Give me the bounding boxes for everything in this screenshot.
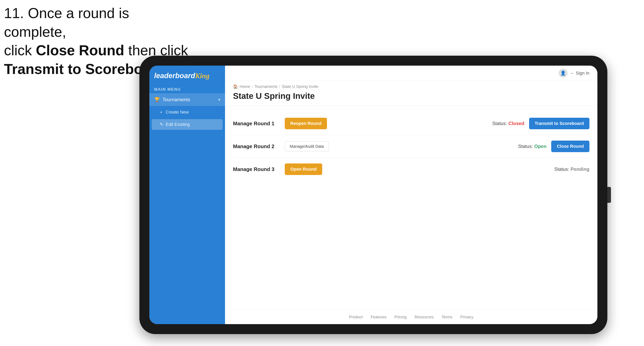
footer-privacy[interactable]: Privacy — [460, 315, 474, 319]
reopen-round-button[interactable]: Reopen Round — [285, 118, 327, 129]
main-content: 👤 → Sign In 🏠 Home / Tournaments / State… — [225, 66, 598, 324]
sidebar-tournaments-label: Tournaments — [162, 97, 190, 102]
instruction-bold1: Close Round — [36, 42, 124, 58]
round-1-right: Status: Closed Transmit to Scoreboard — [492, 118, 590, 129]
footer-pricing[interactable]: Pricing — [394, 315, 407, 319]
sidebar-create-new[interactable]: ＋ Create New — [149, 106, 225, 118]
round-2-status-value: Open — [534, 144, 546, 149]
round-2-right: Status: Open Close Round — [518, 141, 590, 152]
footer: Product Features Pricing Resources Terms… — [225, 310, 598, 324]
footer-features[interactable]: Features — [371, 315, 386, 319]
tablet-side-button — [607, 187, 611, 203]
round-3-status-value: Pending — [570, 167, 590, 172]
footer-product[interactable]: Product — [349, 315, 363, 319]
round-2-status-label: Status: Open — [518, 144, 546, 149]
sign-in-label: → — [570, 71, 574, 76]
top-nav: 👤 → Sign In — [225, 66, 598, 81]
footer-terms[interactable]: Terms — [442, 315, 452, 319]
tablet-device: leaderboardKing MAIN MENU 🏆 Tournaments … — [140, 56, 607, 334]
logo-king: King — [195, 72, 210, 80]
round-1-left: Manage Round 1 Reopen Round — [233, 118, 327, 129]
round-1-status-label: Status: Closed — [492, 121, 524, 126]
app-layout: leaderboardKing MAIN MENU 🏆 Tournaments … — [149, 66, 598, 324]
breadcrumb-sep1: / — [252, 84, 253, 89]
round-1-status-value: Closed — [508, 121, 524, 126]
edit-icon: ✎ — [160, 122, 163, 127]
sidebar-item-left: 🏆 Tournaments — [154, 97, 190, 102]
page-header: State U Spring Invite — [225, 89, 598, 106]
rounds-container: Manage Round 1 Reopen Round Status: Clos… — [225, 106, 598, 310]
sign-in-button[interactable]: 👤 → Sign In — [559, 69, 590, 78]
breadcrumb-current: State U Spring Invite — [282, 84, 318, 89]
breadcrumb-home[interactable]: Home — [240, 84, 250, 89]
open-round-button[interactable]: Open Round — [285, 164, 322, 175]
round-1-row: Manage Round 1 Reopen Round Status: Clos… — [233, 112, 590, 135]
logo-leaderboard: leaderboard — [154, 72, 195, 80]
round-1-title: Manage Round 1 — [233, 121, 281, 127]
footer-resources[interactable]: Resources — [414, 315, 434, 319]
round-3-title: Manage Round 3 — [233, 166, 281, 173]
sidebar-edit-existing-label: Edit Existing — [166, 122, 190, 127]
transmit-scoreboard-button[interactable]: Transmit to Scoreboard — [529, 118, 590, 129]
close-round-button[interactable]: Close Round — [551, 141, 590, 152]
sidebar-logo-area: leaderboardKing — [149, 66, 225, 84]
sidebar: leaderboardKing MAIN MENU 🏆 Tournaments … — [149, 66, 225, 324]
round-2-left: Manage Round 2 Manage/Audit Data — [233, 142, 329, 151]
round-3-left: Manage Round 3 Open Round — [233, 164, 322, 175]
tablet-screen: leaderboardKing MAIN MENU 🏆 Tournaments … — [149, 66, 598, 324]
sidebar-menu-label: MAIN MENU — [149, 84, 225, 93]
breadcrumb-tournaments[interactable]: Tournaments — [254, 84, 278, 89]
app-logo: leaderboardKing — [154, 72, 210, 80]
sign-in-text: Sign In — [576, 71, 590, 76]
sidebar-item-tournaments[interactable]: 🏆 Tournaments ▾ — [149, 93, 225, 106]
round-3-right: Status: Pending — [554, 167, 590, 172]
page-title: State U Spring Invite — [233, 91, 590, 101]
round-2-row: Manage Round 2 Manage/Audit Data Status:… — [233, 135, 590, 158]
sidebar-create-new-label: Create New — [166, 110, 189, 115]
breadcrumb: 🏠 Home / Tournaments / State U Spring In… — [225, 81, 598, 89]
breadcrumb-icon: 🏠 — [233, 84, 238, 89]
manage-audit-button[interactable]: Manage/Audit Data — [285, 142, 329, 151]
round-2-title: Manage Round 2 — [233, 143, 281, 150]
plus-icon: ＋ — [159, 109, 163, 115]
avatar: 👤 — [559, 69, 568, 78]
sidebar-edit-existing[interactable]: ✎ Edit Existing — [152, 119, 223, 130]
trophy-icon: 🏆 — [154, 97, 160, 102]
breadcrumb-sep2: / — [279, 84, 280, 89]
chevron-down-icon: ▾ — [218, 97, 220, 102]
instruction-line1: 11. Once a round is complete, — [4, 5, 129, 40]
round-3-status-label: Status: Pending — [554, 167, 590, 172]
round-3-row: Manage Round 3 Open Round Status: Pendin… — [233, 158, 590, 180]
